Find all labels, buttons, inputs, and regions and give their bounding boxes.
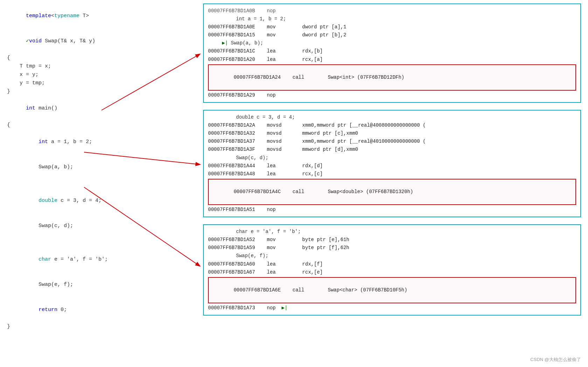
code-line-12 [7,180,189,188]
code-line-15 [7,239,189,247]
watermark: CSDN @大柚怎么被偷了 [530,357,581,363]
disasm-comment: int a = 1, b = 2; [208,15,576,23]
disasm-line: 00007FF6B7BD1A44 lea rdx,[d] [208,162,576,170]
code-line-2: ✓void Swap(T& x, T& y) [7,29,189,54]
code-line-9: { [7,121,189,129]
disasm-box-char: char e = 'a', f = 'b'; 00007FF6B7BD1A52 … [203,224,581,316]
disasm-line: 00007FF6B7BD1A60 lea rdx,[f] [208,260,576,268]
disasm-line: 00007FF6B7BD1A73 nop ▶| [208,304,576,312]
disasm-call-char: 00007FF6B7BD1A6E call Swap<char> (07FF6B… [208,277,576,303]
code-line-18: return 0; [7,297,189,323]
disasm-line: 00007FF6B7BD1A0E mov dword ptr [a],1 [208,23,576,31]
disasm-line: 00007FF6B7BD1A59 mov byte ptr [f],62h [208,244,576,252]
keyword-template: template [26,13,51,19]
code-line-7: } [7,87,189,96]
disasm-line: 00007FF6B7BD1A2A movsd xmm0,mmword ptr [… [208,121,576,129]
code-line-11: Swap(a, b); [7,155,189,180]
code-line-6: y = tmp; [7,79,189,87]
disasm-line: 00007FF6B7BD1A29 nop [208,91,576,99]
disasm-comment: Swap(e, f); [208,252,576,260]
left-panel: template<typename T> ✓void Swap(T& x, T&… [0,0,196,367]
disasm-line: 00007FF6B7BD1A0B nop [208,7,576,15]
disasm-comment: double c = 3, d = 4; [208,113,576,121]
disasm-comment: ▶| Swap(a, b); [208,39,576,47]
disasm-line: 00007FF6B7BD1A48 lea rcx,[c] [208,170,576,178]
code-line-19: } [7,323,189,331]
disasm-box-double: double c = 3, d = 4; 00007FF6B7BD1A2A mo… [203,110,581,217]
disasm-line: 00007FF6B7BD1A3F movsd mmword ptr [d],xm… [208,146,576,154]
disasm-line: 00007FF6B7BD1A51 nop [208,206,576,214]
disasm-line: 00007FF6B7BD1A32 movsd mmword ptr [c],xm… [208,129,576,137]
code-line-3: { [7,54,189,62]
disasm-line: 00007FF6B7BD1A20 lea rcx,[a] [208,56,576,64]
disasm-line: 00007FF6B7BD1A52 mov byte ptr [e],61h [208,236,576,244]
code-line-17: Swap(e, f); [7,272,189,297]
code-line-16: char e = 'a', f = 'b'; [7,247,189,272]
disasm-line: 00007FF6B7BD1A67 lea rcx,[e] [208,268,576,276]
disasm-call-double: 00007FF6B7BD1A4C call Swap<double> (07FF… [208,179,576,205]
disasm-call-int: 00007FF6B7BD1A24 call Swap<int> (07FF6B7… [208,64,576,91]
code-line-4: T tmp = x; [7,62,189,71]
code-line-8: int main() [7,96,189,121]
disasm-line: 00007FF6B7BD1A1C lea rdx,[b] [208,47,576,55]
checkmark: ✓ [26,38,29,44]
disasm-comment: Swap(c, d); [208,154,576,162]
code-line-5: x = y; [7,71,189,79]
code-line-10: int a = 1, b = 2; [7,129,189,155]
disasm-line: 00007FF6B7BD1A15 mov dword ptr [b],2 [208,31,576,39]
code-line-1: template<typename T> [7,3,189,29]
code-line-14: Swap(c, d); [7,213,189,239]
disasm-line: 00007FF6B7BD1A37 movsd xmm0,mmword ptr [… [208,137,576,146]
right-panel: 00007FF6B7BD1A0B nop int a = 1, b = 2; 0… [196,0,588,367]
code-line-13: double c = 3, d = 4; [7,188,189,213]
disasm-box-int: 00007FF6B7BD1A0B nop int a = 1, b = 2; 0… [203,3,581,103]
disasm-comment: char e = 'a', f = 'b'; [208,228,576,236]
main-container: template<typename T> ✓void Swap(T& x, T&… [0,0,588,367]
